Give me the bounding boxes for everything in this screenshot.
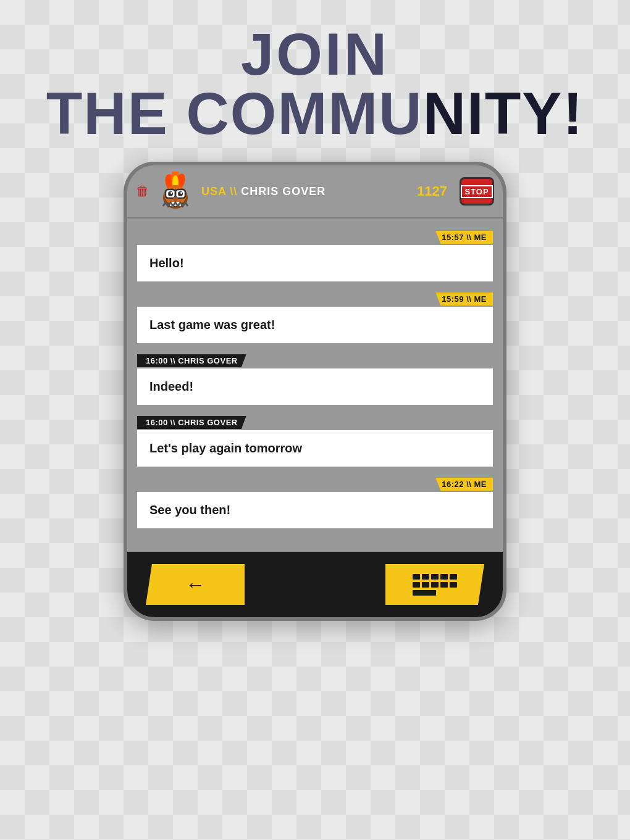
message-2-label: 15:59 \\ ME: [435, 293, 493, 306]
phone-bottom-bar: ←: [127, 552, 503, 617]
key: [440, 574, 448, 580]
avatar: [156, 172, 195, 211]
stop-button[interactable]: STOP: [460, 177, 494, 206]
keyboard-icon: [413, 574, 457, 596]
message-1: 15:57 \\ ME Hello!: [137, 231, 493, 281]
key: [440, 582, 448, 588]
message-5-label: 16:22 \\ ME: [435, 478, 493, 491]
country-prefix: USA \\: [201, 185, 237, 198]
svg-point-9: [178, 191, 183, 196]
back-arrow-icon: ←: [185, 573, 205, 596]
user-name: USA \\ CHRIS GOVER: [201, 185, 411, 198]
svg-point-10: [170, 192, 172, 194]
headline-line2-part1: THE COMMU: [46, 80, 423, 146]
phone-mockup: 🗑: [124, 162, 506, 621]
message-3-label: 16:00 \\ CHRIS GOVER: [137, 354, 246, 367]
svg-point-11: [180, 192, 182, 194]
headline-line2-part2: NITY!: [423, 80, 584, 146]
message-1-label: 15:57 \\ ME: [435, 231, 493, 244]
message-1-bubble: Hello!: [137, 245, 493, 281]
phone-header: 🗑: [127, 165, 503, 218]
message-4: 16:00 \\ CHRIS GOVER Let's play again to…: [137, 416, 493, 467]
message-5: 16:22 \\ ME See you then!: [137, 478, 493, 528]
headline-line1: JOIN: [46, 25, 584, 84]
key: [422, 574, 429, 580]
stop-label: STOP: [461, 185, 492, 198]
message-4-bubble: Let's play again tomorrow: [137, 430, 493, 467]
message-5-bubble: See you then!: [137, 492, 493, 528]
key: [413, 582, 420, 588]
svg-point-8: [168, 191, 173, 196]
keyboard-row-2: [413, 582, 457, 588]
svg-point-15: [173, 197, 178, 201]
key: [413, 574, 420, 580]
headline: JOIN THE COMMUNITY!: [46, 25, 584, 143]
headline-line2: THE COMMUNITY!: [46, 84, 584, 143]
message-3-bubble: Indeed!: [137, 368, 493, 405]
key: [422, 582, 429, 588]
key: [431, 582, 439, 588]
message-2-bubble: Last game was great!: [137, 307, 493, 343]
keyboard-button[interactable]: [385, 564, 484, 605]
chat-area: 15:57 \\ ME Hello! 15:59 \\ ME Last game…: [127, 218, 503, 552]
key: [450, 582, 457, 588]
trash-icon[interactable]: 🗑: [136, 183, 149, 199]
key: [431, 574, 439, 580]
message-4-label: 16:00 \\ CHRIS GOVER: [137, 416, 246, 429]
message-3: 16:00 \\ CHRIS GOVER Indeed!: [137, 354, 493, 405]
score-display: 1127: [417, 183, 447, 199]
message-2: 15:59 \\ ME Last game was great!: [137, 293, 493, 343]
back-button[interactable]: ←: [146, 564, 245, 605]
keyboard-row-3: [413, 590, 457, 596]
keyboard-row-1: [413, 574, 457, 580]
key-space: [413, 590, 436, 596]
key: [450, 574, 457, 580]
